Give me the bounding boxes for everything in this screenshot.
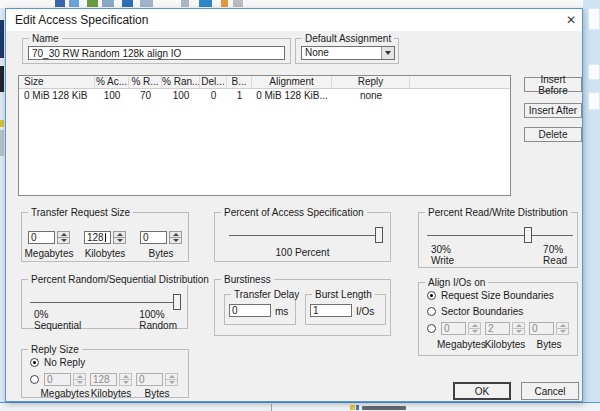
sector-boundaries-radio[interactable]: Sector Boundaries [427,306,523,317]
no-reply-radio[interactable]: No Reply [30,357,85,368]
cell-size: 0 MiB 128 KiB ... [19,89,95,102]
access-spec-table[interactable]: Size % Ac... % R... % Ran... Del... B...… [18,75,511,196]
insert-after-button[interactable]: Insert After [524,103,582,118]
align-megabytes-spinner: 0 [441,322,481,335]
sequential-percent-label: 0%Sequential [34,309,81,331]
cell-burst: 1 [227,89,252,102]
transfer-megabytes-spinner[interactable]: 0 [28,231,70,244]
read-write-slider[interactable] [427,227,573,243]
percent-access-group: Percent of Access Specification 100 Perc… [214,212,391,262]
default-assignment-label: Default Assignment [302,33,394,44]
transfer-megabytes-value[interactable]: 0 [28,231,55,244]
custom-reply-radio[interactable] [30,375,39,384]
column-header-reply[interactable]: Reply [332,76,410,88]
transfer-delay-group: Transfer Delay 0 ms [224,294,296,325]
ms-label: ms [275,306,288,317]
read-write-label: Percent Read/Write Distribution [425,207,571,218]
align-megabytes-value: 0 [441,322,466,335]
random-sequential-label: Percent Random/Sequential Distribution [28,274,212,285]
megabytes-label: Megabytes [437,339,485,350]
percent-access-slider[interactable] [229,227,383,243]
column-header-alignment[interactable]: Alignment [252,76,332,88]
spinner-arrows-icon [512,322,525,335]
slider-thumb[interactable] [173,294,181,310]
column-header-pct-random[interactable]: % Ran... [162,76,200,88]
kilobytes-label: Kilobytes [86,388,136,399]
default-assignment-value: None [302,47,381,59]
transfer-request-size-label: Transfer Request Size [28,207,133,218]
toolbar-icon-fragment [87,0,98,7]
transfer-delay-label: Transfer Delay [231,289,302,300]
table-row[interactable]: 0 MiB 128 KiB ... 100 70 100 0 1 0 MiB 1… [19,89,510,102]
reply-size-group: Reply Size No Reply 0 128 0 Megabytes Ki… [21,349,189,398]
chevron-down-icon[interactable] [381,47,394,59]
spinner-arrows-icon[interactable] [169,231,182,244]
dialog-title: Edit Access Specification [15,13,148,27]
request-size-boundaries-label: Request Size Boundaries [441,290,554,301]
cell-pct-read: 70 [129,89,162,102]
insert-before-button[interactable]: Insert Before [524,77,582,92]
background-text-fragment [362,406,406,410]
column-header-delay[interactable]: Del... [200,76,227,88]
burst-length-group: Burst Length 1 I/Os [305,294,386,325]
kilobytes-label: Kilobytes [481,339,529,350]
megabytes-label: Megabytes [24,248,74,259]
radio-icon[interactable] [427,324,436,333]
column-header-pct-read[interactable]: % R... [129,76,162,88]
burst-length-input[interactable]: 1 [310,304,352,317]
cell-pct-random: 100 [162,89,200,102]
text-caret [105,233,106,242]
spinner-arrows-icon[interactable] [57,231,70,244]
cell-alignment: 0 MiB 128 KiB... [252,89,332,102]
ok-button[interactable]: OK [453,382,511,400]
spinner-arrows-icon [556,322,569,335]
column-header-size[interactable]: Size [19,76,95,88]
reply-size-label: Reply Size [28,344,82,355]
delete-button[interactable]: Delete [524,127,582,142]
burstiness-label: Burstiness [221,274,274,285]
transfer-bytes-spinner[interactable]: 0 [140,231,182,244]
toolbar-icon-fragment [122,0,133,7]
align-bytes-spinner: 0 [529,322,569,335]
spinner-arrows-icon [165,373,178,386]
default-assignment-group: Default Assignment None [295,38,399,64]
random-sequential-slider[interactable] [30,294,181,310]
transfer-request-size-group: Transfer Request Size 0 128 0 Megabytes … [21,212,189,262]
align-kilobytes-value: 2 [485,322,510,335]
reply-bytes-spinner: 0 [136,373,178,386]
radio-selected-icon[interactable] [427,291,436,300]
name-group: Name [22,38,291,64]
toolbar-icon-fragment [199,0,212,7]
cancel-button[interactable]: Cancel [521,382,579,400]
reply-kilobytes-value: 128 [90,373,117,386]
radio-selected-icon[interactable] [30,358,39,367]
transfer-kilobytes-spinner[interactable]: 128 [84,231,126,244]
toolbar-icon-fragment [55,0,65,7]
align-kilobytes-spinner: 2 [485,322,525,335]
radio-icon[interactable] [427,307,436,316]
column-header-burst[interactable]: B... [227,76,252,88]
background-taskbar [0,402,600,411]
spinner-arrows-icon [468,322,481,335]
screenshot: Edit Access Specification ✕ Name Default… [0,0,600,411]
read-percent-label: 70%Read [543,244,567,266]
custom-alignment-radio[interactable] [427,324,436,333]
transfer-delay-input[interactable]: 0 [229,304,271,317]
spinner-arrows-icon [119,373,132,386]
bytes-label: Bytes [136,248,186,259]
dialog-titlebar[interactable]: Edit Access Specification ✕ [6,9,582,31]
spinner-arrows-icon[interactable] [113,231,126,244]
slider-thumb[interactable] [375,227,383,243]
slider-thumb[interactable] [524,227,532,243]
radio-icon[interactable] [30,375,39,384]
window-icon [350,405,355,410]
reply-megabytes-spinner: 0 [44,373,86,386]
transfer-bytes-value[interactable]: 0 [140,231,167,244]
default-assignment-select[interactable]: None [301,46,395,60]
name-input[interactable] [28,46,285,60]
close-icon[interactable]: ✕ [560,9,582,31]
request-size-boundaries-radio[interactable]: Request Size Boundaries [427,290,554,301]
column-header-pct-access[interactable]: % Ac... [95,76,129,88]
read-write-distribution-group: Percent Read/Write Distribution 30%Write… [418,212,578,268]
transfer-kilobytes-value[interactable]: 128 [84,231,111,244]
